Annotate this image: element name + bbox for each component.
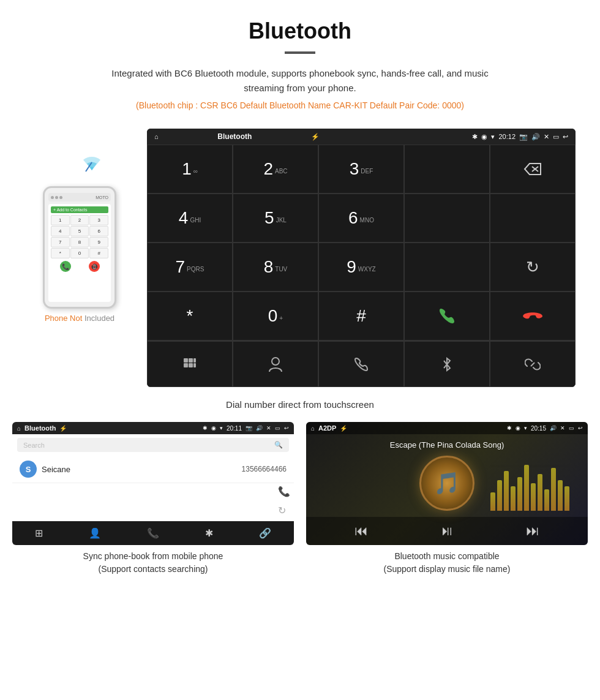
bottom-section: ⌂ Bluetooth ⚡ ✱ ◉ ▾ 20:11 📷 🔊 ✕ ▭ ↩ Sear… bbox=[0, 422, 600, 588]
music-bt-icon: ✱ bbox=[507, 425, 512, 431]
pb-home-icon: ⌂ bbox=[17, 425, 21, 432]
music-card: ⌂ A2DP ⚡ ✱ ◉ ▾ 20:15 🔊 ✕ ▭ ↩ Escape (The… bbox=[306, 422, 588, 576]
music-usb-icon: ⚡ bbox=[340, 425, 347, 432]
phone-key-star: * bbox=[51, 248, 70, 258]
music-vol-icon: 🔊 bbox=[550, 425, 557, 431]
phone-key-6: 6 bbox=[89, 226, 108, 236]
dial-key-7[interactable]: 7PQRS bbox=[147, 243, 233, 292]
music-caption: Bluetooth music compatible (Support disp… bbox=[306, 545, 588, 576]
phone-screen-header: + Add to Contacts bbox=[51, 206, 108, 213]
music-next-icon[interactable]: ⏭ bbox=[526, 523, 539, 539]
music-time: 20:15 bbox=[531, 425, 546, 432]
page-header: Bluetooth Integrated with BC6 Bluetooth … bbox=[0, 0, 600, 129]
pb-rect-icon: ▭ bbox=[275, 425, 280, 431]
pb-vol-icon: 🔊 bbox=[256, 425, 263, 431]
pb-search-placeholder: Search bbox=[23, 442, 45, 449]
phone-key-0: 0 bbox=[70, 248, 89, 258]
svg-rect-5 bbox=[189, 358, 193, 363]
dialer-grid: 1∞ 2ABC 3DEF 4GHI 5JKL bbox=[147, 145, 576, 341]
phone-key-4: 4 bbox=[51, 226, 70, 236]
phone-actions: 📞 📵 bbox=[51, 261, 108, 272]
pb-statusbar: ⌂ Bluetooth ⚡ ✱ ◉ ▾ 20:11 📷 🔊 ✕ ▭ ↩ bbox=[12, 422, 294, 434]
dial-key-star[interactable]: * bbox=[147, 292, 233, 341]
dial-refresh[interactable]: ↻ bbox=[490, 243, 576, 292]
music-song-title: Escape (The Pina Colada Song) bbox=[390, 440, 504, 450]
status-cam-icon: 📷 bbox=[519, 133, 528, 141]
phone-key-3: 3 bbox=[89, 215, 108, 225]
phone-screen: + Add to Contacts 1 2 3 4 5 6 7 8 9 * 0 … bbox=[48, 204, 111, 302]
pb-bt-icon: ✱ bbox=[203, 425, 208, 431]
pb-contact-name: Seicane bbox=[42, 465, 237, 474]
main-section: MOTO + Add to Contacts 1 2 3 4 5 6 7 8 9… bbox=[0, 129, 600, 387]
dial-bottom-contacts[interactable] bbox=[233, 341, 318, 387]
music-loc-icon: ◉ bbox=[516, 425, 520, 431]
pb-contact-avatar: S bbox=[20, 461, 37, 478]
music-sig-icon: ▾ bbox=[524, 425, 527, 431]
status-loc-icon: ◉ bbox=[481, 133, 487, 141]
pb-icon-link[interactable]: 🔗 bbox=[259, 527, 271, 539]
page-description: Integrated with BC6 Bluetooth module, su… bbox=[104, 66, 496, 96]
eq-bar-6 bbox=[524, 465, 529, 511]
pb-icon-bt[interactable]: ✱ bbox=[205, 527, 213, 539]
phone-top-bar: MOTO bbox=[48, 193, 111, 201]
eq-bar-1 bbox=[490, 492, 495, 511]
svg-point-10 bbox=[272, 358, 279, 365]
phone-key-2: 2 bbox=[70, 215, 89, 225]
dial-key-5[interactable]: 5JKL bbox=[233, 194, 318, 243]
status-vol-icon: 🔊 bbox=[531, 133, 540, 141]
dial-call-button[interactable] bbox=[404, 292, 490, 341]
dial-key-0[interactable]: 0+ bbox=[233, 292, 318, 341]
pb-bottom-bar: ⊞ 👤 📞 ✱ 🔗 bbox=[12, 521, 294, 545]
pb-search-bar[interactable]: Search 🔍 bbox=[17, 438, 289, 452]
pb-icon-grid[interactable]: ⊞ bbox=[35, 527, 43, 539]
dial-key-1[interactable]: 1∞ bbox=[147, 145, 233, 194]
dial-key-4[interactable]: 4GHI bbox=[147, 194, 233, 243]
music-equalizer bbox=[490, 462, 569, 511]
dial-key-8[interactable]: 8TUV bbox=[233, 243, 318, 292]
dial-key-2[interactable]: 2ABC bbox=[233, 145, 318, 194]
svg-rect-4 bbox=[184, 358, 188, 363]
pb-side-icons: 📞 ↻ bbox=[278, 486, 290, 516]
dial-caption: Dial number direct from touchscreen bbox=[0, 393, 600, 422]
phone-key-1: 1 bbox=[51, 215, 70, 225]
dial-backspace[interactable] bbox=[490, 145, 576, 194]
music-album-art: 🎵 bbox=[419, 456, 474, 511]
dial-key-hash[interactable]: # bbox=[318, 292, 404, 341]
eq-bar-5 bbox=[517, 477, 522, 511]
pb-side-refresh-icon: ↻ bbox=[278, 505, 290, 516]
phone-call-btn: 📞 bbox=[60, 261, 71, 272]
pb-contact-row: S Seicane 13566664466 bbox=[12, 456, 294, 483]
phone-hangup-btn: 📵 bbox=[89, 261, 100, 272]
dial-bottom-bluetooth[interactable] bbox=[404, 341, 490, 387]
phone-not-included-label: Phone Not Included bbox=[45, 314, 114, 323]
dial-hangup-button[interactable] bbox=[490, 292, 576, 341]
svg-rect-9 bbox=[193, 363, 196, 367]
phone-key-7: 7 bbox=[51, 237, 70, 247]
dial-bottom-phone[interactable] bbox=[318, 341, 404, 387]
eq-bar-11 bbox=[558, 480, 563, 511]
pb-loc-icon: ◉ bbox=[211, 425, 216, 431]
phonebook-caption: Sync phone-book from mobile phone (Suppo… bbox=[12, 545, 294, 576]
eq-bar-4 bbox=[511, 486, 516, 511]
music-prev-icon[interactable]: ⏮ bbox=[354, 523, 368, 539]
svg-rect-7 bbox=[184, 363, 188, 367]
dial-key-9[interactable]: 9WXYZ bbox=[318, 243, 404, 292]
eq-bar-8 bbox=[538, 474, 542, 511]
eq-bar-12 bbox=[564, 486, 569, 511]
dial-key-3[interactable]: 3DEF bbox=[318, 145, 404, 194]
status-usb-icon: ⚡ bbox=[311, 133, 320, 141]
phone-key-9: 9 bbox=[89, 237, 108, 247]
bluetooth-specs: (Bluetooth chip : CSR BC6 Default Blueto… bbox=[12, 100, 588, 110]
status-signal-icon: ▾ bbox=[491, 133, 495, 141]
music-content: Escape (The Pina Colada Song) 🎵 bbox=[306, 434, 588, 517]
music-rect-icon: ▭ bbox=[569, 425, 574, 431]
music-playpause-icon[interactable]: ⏯ bbox=[440, 523, 454, 539]
pb-icon-user[interactable]: 👤 bbox=[89, 527, 101, 539]
dial-bottom-link[interactable] bbox=[490, 341, 576, 387]
dial-key-6[interactable]: 6MNO bbox=[318, 194, 404, 243]
pb-icon-phone[interactable]: 📞 bbox=[147, 527, 159, 539]
pb-search-icon: 🔍 bbox=[274, 441, 283, 449]
phone-mockup: MOTO + Add to Contacts 1 2 3 4 5 6 7 8 9… bbox=[43, 186, 116, 309]
dial-bottom-grid[interactable] bbox=[147, 341, 233, 387]
phone-key-5: 5 bbox=[70, 226, 89, 236]
